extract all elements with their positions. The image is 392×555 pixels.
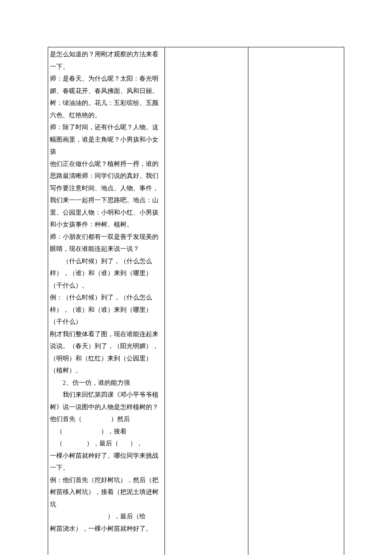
para-5: 师：小朋友们都有一双是善于发现美的眼睛，现在谁能连起来说一说？: [50, 231, 163, 255]
para-7: 例：（什么时候）到了，（什么怎么样），（谁）和（谁）来到（哪里）（干什么）: [50, 291, 163, 328]
text-11a: 他们首先（: [50, 416, 82, 422]
text-13a: （: [56, 440, 63, 447]
para-12: （ ），接着: [50, 425, 163, 438]
column-teacher-script: 是怎么知道的？用刚才观察的方法来看一下。 师：是春天。为什么呢？太阳：春光明媚、…: [48, 47, 165, 555]
text-11b: ）然后: [111, 416, 130, 422]
para-17: 树苗浇水），一棵小树苗就种好了。: [50, 523, 163, 535]
text-12a: （: [56, 428, 63, 435]
para-3: 师：除了时间，还有什么呢？人物。这幅图画里，谁是主角呢？小男孩和小女孩: [50, 121, 163, 158]
column-right: [248, 47, 344, 555]
para-1: 是怎么知道的？用刚才观察的方法来看一下。: [50, 48, 163, 73]
para-16: ），最后（给: [50, 510, 163, 523]
para-14: 一棵小树苗就种好了。哪位同学来挑战一下。: [50, 450, 163, 474]
para-10: 我们来回忆第四课《邓小平爷爷植树》说一说图中的人物是怎样植树的？: [50, 389, 163, 413]
text-13c: ），: [130, 440, 143, 447]
para-6: （什么时候）到了，（什么怎么样），（谁）和（谁）来到（哪里）（干什么）。: [50, 255, 163, 292]
para-11: 他们首先（ ）然后: [50, 413, 163, 425]
spacer: [50, 535, 163, 555]
para-8: 刚才我们整体看了图，现在谁能连起来说说。（春天）到了，（阳光明媚），（明明）和（…: [50, 328, 163, 377]
text-13b: ），最后（: [86, 440, 118, 447]
lesson-table: 是怎么知道的？用刚才观察的方法来看一下。 师：是春天。为什么呢？太阳：春光明媚、…: [48, 47, 344, 555]
column-middle: [165, 47, 248, 555]
text-12b: ），接着: [101, 428, 127, 435]
para-15: 例：他们首先（挖好树坑），然后（把树苗移入树坑），接着（把泥土填进树坑: [50, 474, 163, 511]
para-4: 他们正在做什么呢？植树捋一捋，谁的思路最清晰师：同学们说的真好。我们写作要注意时…: [50, 158, 163, 231]
para-13: （ ），最后（ ），: [50, 437, 163, 450]
para-9: 2、仿一仿，谁的能力强: [50, 377, 163, 389]
para-2: 师：是春天。为什么呢？太阳：春光明媚、春暖花开、春风拂面、风和日丽。树：绿油油的…: [50, 73, 163, 121]
